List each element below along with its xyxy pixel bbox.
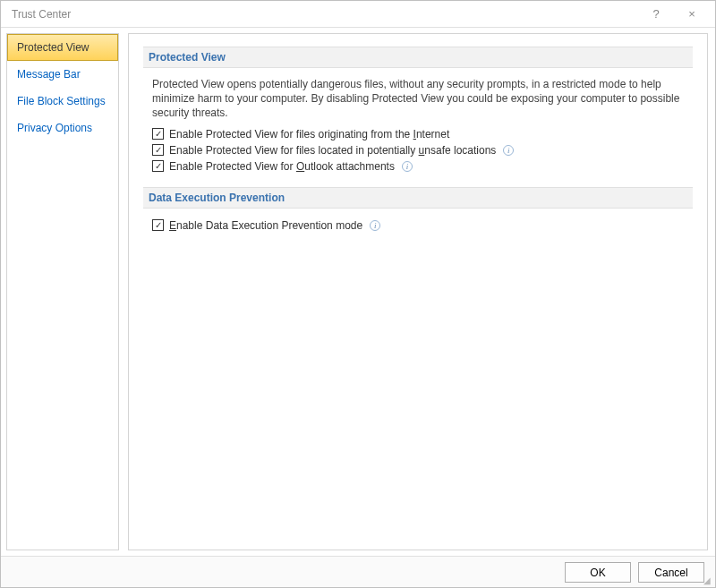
sidebar-item-file-block-settings[interactable]: File Block Settings [7, 88, 118, 115]
category-sidebar: Protected View Message Bar File Block Se… [6, 33, 119, 550]
checkbox-dep-label: Enable Data Execution Prevention mode [169, 219, 362, 232]
dialog-footer: OK Cancel [1, 556, 715, 588]
checkbox-internet[interactable] [152, 128, 164, 140]
dialog-body: Protected View Message Bar File Block Se… [1, 28, 715, 556]
window-title: Trust Center [12, 8, 638, 21]
ok-button[interactable]: OK [565, 562, 631, 583]
checkbox-internet-label: Enable Protected View for files originat… [169, 128, 449, 141]
section-body-protected-view: Protected View opens potentially dangero… [143, 77, 693, 187]
sidebar-item-message-bar[interactable]: Message Bar [7, 61, 118, 88]
option-internet: Enable Protected View for files originat… [152, 126, 687, 142]
cancel-button[interactable]: Cancel [638, 562, 704, 583]
title-bar: Trust Center ? × [1, 1, 715, 28]
section-header-protected-view: Protected View [143, 47, 693, 68]
checkbox-unsafe-locations[interactable] [152, 144, 164, 156]
checkbox-dep[interactable] [152, 219, 164, 231]
option-dep: Enable Data Execution Prevention mode i [152, 217, 687, 234]
info-icon[interactable]: i [503, 145, 514, 156]
sidebar-item-protected-view[interactable]: Protected View [7, 34, 118, 61]
info-icon[interactable]: i [402, 161, 413, 172]
option-outlook-attachments: Enable Protected View for Outlook attach… [152, 158, 687, 175]
settings-panel: Protected View Protected View opens pote… [128, 33, 708, 550]
checkbox-outlook-attachments-label: Enable Protected View for Outlook attach… [169, 160, 395, 173]
sidebar-item-privacy-options[interactable]: Privacy Options [7, 115, 118, 141]
checkbox-unsafe-locations-label: Enable Protected View for files located … [169, 144, 496, 157]
protected-view-description: Protected View opens potentially dangero… [152, 77, 687, 121]
section-body-dep: Enable Data Execution Prevention mode i [143, 217, 693, 246]
info-icon[interactable]: i [370, 220, 380, 231]
option-unsafe-locations: Enable Protected View for files located … [152, 142, 687, 158]
close-button[interactable]: × [674, 1, 710, 28]
checkbox-outlook-attachments[interactable] [152, 160, 164, 172]
section-header-dep: Data Execution Prevention [143, 187, 693, 209]
help-button[interactable]: ? [638, 1, 674, 28]
